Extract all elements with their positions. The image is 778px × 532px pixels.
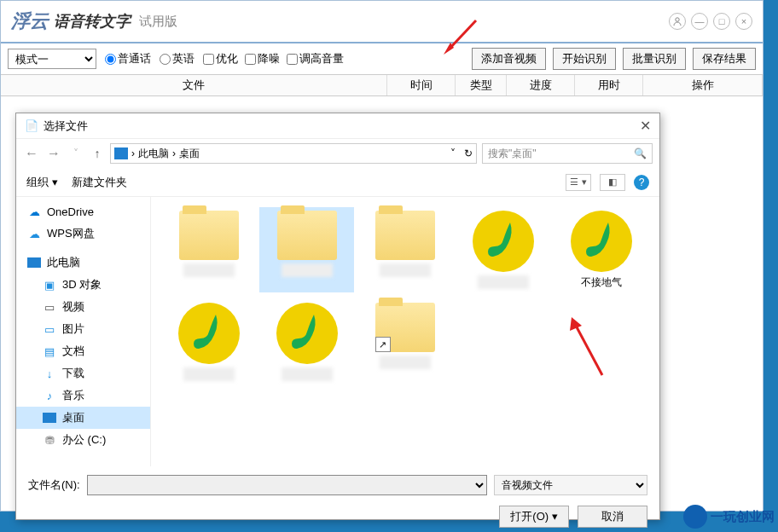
titlebar: 浮云 语音转文字 试用版 — □ × — [1, 1, 763, 43]
radio-english[interactable]: 英语 — [160, 51, 194, 66]
nav-dropdown-icon[interactable]: ˅ — [67, 147, 84, 159]
minimize-icon[interactable]: — — [691, 13, 708, 30]
dialog-title: 选择文件 — [44, 119, 88, 134]
sidebar-music[interactable]: ♪音乐 — [16, 385, 150, 407]
refresh-icon[interactable]: ↻ — [464, 147, 473, 159]
dialog-close-icon[interactable]: ✕ — [640, 118, 651, 134]
file-grid: 不接地气 ↗ — [151, 197, 659, 466]
sidebar-downloads[interactable]: ↓下载 — [16, 362, 150, 385]
dialog-titlebar: 📄 选择文件 ✕ — [16, 113, 659, 139]
dialog-icon: 📄 — [25, 119, 38, 132]
svg-point-0 — [676, 18, 679, 21]
breadcrumb-sep: › — [172, 147, 176, 159]
watermark-icon — [683, 505, 707, 529]
file-item-music[interactable] — [259, 299, 354, 385]
pc-icon — [114, 147, 128, 159]
dialog-sidebar: ☁OneDrive ☁WPS网盘 此电脑 ▣3D 对象 ▭视频 ▭图片 ▤文档 … — [16, 197, 151, 466]
qqmusic-icon — [276, 303, 338, 364]
col-file: 文件 — [1, 75, 387, 95]
help-icon[interactable]: ? — [634, 175, 649, 190]
file-item-music[interactable]: 不接地气 — [554, 207, 649, 292]
breadcrumb-pc[interactable]: 此电脑 — [138, 147, 169, 161]
table-header: 文件 时间 类型 进度 用时 操作 — [1, 74, 763, 96]
folder-icon — [179, 211, 239, 260]
filename-input[interactable] — [87, 475, 487, 495]
sidebar-onedrive[interactable]: ☁OneDrive — [16, 200, 150, 223]
sidebar-pictures[interactable]: ▭图片 — [16, 318, 150, 340]
save-result-button[interactable]: 保存结果 — [693, 48, 756, 70]
checkbox-optimize[interactable]: 优化 — [203, 51, 238, 66]
start-recognize-button[interactable]: 开始识别 — [553, 48, 616, 70]
trial-label: 试用版 — [139, 14, 177, 30]
file-item-music[interactable] — [456, 207, 551, 292]
nav-up-icon[interactable]: ↑ — [90, 147, 105, 160]
preview-pane-button[interactable]: ◧ — [600, 174, 625, 191]
checkbox-volume[interactable]: 调高音量 — [287, 51, 344, 66]
breadcrumb[interactable]: › 此电脑 › 桌面 ˅ ↻ — [110, 143, 477, 164]
col-time: 时间 — [387, 75, 456, 95]
sidebar-3d-objects[interactable]: ▣3D 对象 — [16, 274, 150, 296]
file-item-folder[interactable] — [357, 207, 452, 292]
search-icon: 🔍 — [634, 147, 647, 159]
dialog-toolbar: 组织 ▾ 新建文件夹 ☰ ▾ ◧ ? — [16, 168, 659, 197]
qqmusic-icon — [473, 211, 534, 272]
sidebar-video[interactable]: ▭视频 — [16, 296, 150, 318]
col-type: 类型 — [456, 75, 507, 95]
col-duration: 用时 — [575, 75, 643, 95]
folder-icon: ↗ — [375, 303, 435, 352]
sidebar-documents[interactable]: ▤文档 — [16, 340, 150, 362]
nav-back-icon[interactable]: ← — [23, 146, 40, 161]
file-item-folder-shortcut[interactable]: ↗ — [357, 299, 452, 385]
file-item-folder[interactable] — [161, 207, 256, 292]
filetype-select[interactable]: 音视频文件 — [494, 475, 647, 495]
col-progress: 进度 — [507, 75, 575, 95]
col-operate: 操作 — [643, 75, 763, 95]
batch-recognize-button[interactable]: 批量识别 — [623, 48, 686, 70]
user-icon[interactable] — [669, 13, 686, 30]
dialog-nav: ← → ˅ ↑ › 此电脑 › 桌面 ˅ ↻ 搜索"桌面" 🔍 — [16, 139, 659, 168]
toolbar: 模式一 普通话 英语 优化 降噪 调高音量 添加音视频 开始识别 批量识别 保存… — [1, 43, 763, 74]
dialog-footer: 文件名(N): 音视频文件 打开(O) ▾ 取消 — [16, 466, 659, 532]
sidebar-thispc[interactable]: 此电脑 — [16, 252, 150, 274]
radio-putonghua[interactable]: 普通话 — [105, 51, 151, 66]
filename-label: 文件名(N): — [28, 477, 80, 493]
close-icon[interactable]: × — [735, 13, 752, 30]
breadcrumb-desktop[interactable]: 桌面 — [179, 147, 200, 161]
sidebar-drive-c[interactable]: ⛃办公 (C:) — [16, 429, 150, 451]
open-button[interactable]: 打开(O) ▾ — [499, 506, 569, 528]
sidebar-wps[interactable]: ☁WPS网盘 — [16, 223, 150, 245]
organize-menu[interactable]: 组织 ▾ — [26, 175, 58, 190]
new-folder-button[interactable]: 新建文件夹 — [72, 175, 127, 190]
checkbox-denoise[interactable]: 降噪 — [245, 51, 280, 66]
qqmusic-icon — [178, 303, 240, 364]
folder-icon — [277, 211, 337, 260]
folder-icon — [375, 211, 435, 260]
file-item-music[interactable] — [161, 299, 256, 385]
mode-select[interactable]: 模式一 — [8, 49, 96, 69]
add-media-button[interactable]: 添加音视频 — [472, 48, 546, 70]
app-title: 语音转文字 — [54, 11, 131, 32]
shortcut-badge-icon: ↗ — [375, 337, 391, 352]
watermark: 一玩创业网 — [683, 505, 775, 529]
view-mode-button[interactable]: ☰ ▾ — [566, 174, 591, 191]
cancel-button[interactable]: 取消 — [578, 506, 647, 528]
app-logo: 浮云 — [11, 9, 49, 34]
maximize-icon[interactable]: □ — [713, 13, 730, 30]
breadcrumb-sep: › — [131, 147, 135, 159]
search-input[interactable]: 搜索"桌面" 🔍 — [482, 143, 653, 164]
breadcrumb-dropdown-icon[interactable]: ˅ — [450, 147, 456, 159]
file-open-dialog: 📄 选择文件 ✕ ← → ˅ ↑ › 此电脑 › 桌面 ˅ ↻ 搜索"桌面" 🔍… — [15, 113, 660, 520]
file-item-folder[interactable] — [259, 207, 354, 292]
qqmusic-icon — [571, 211, 632, 272]
nav-forward-icon[interactable]: → — [45, 146, 62, 161]
sidebar-desktop[interactable]: 桌面 — [16, 407, 150, 429]
